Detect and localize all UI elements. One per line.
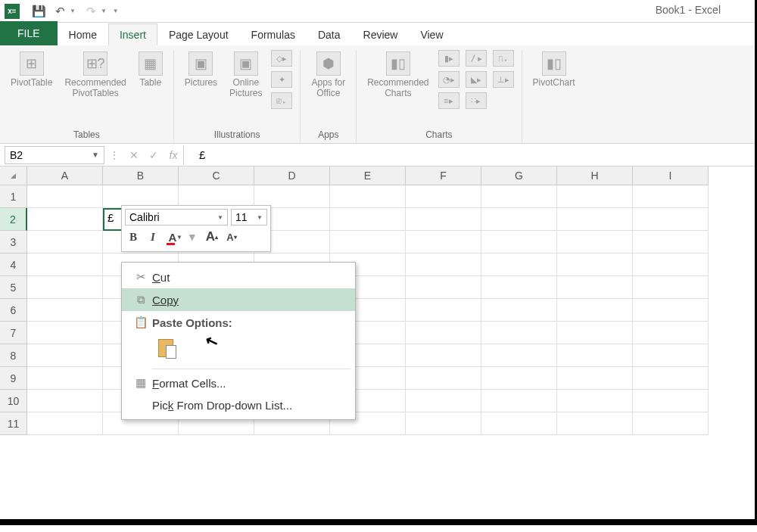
cell[interactable] <box>481 322 557 344</box>
font-selector[interactable]: Calibri▼ <box>125 209 228 226</box>
column-header[interactable]: A <box>27 166 103 185</box>
row-header[interactable]: 2 <box>0 208 27 231</box>
column-header[interactable]: B <box>103 166 179 185</box>
cell[interactable] <box>481 390 557 412</box>
cell[interactable] <box>481 344 557 367</box>
row-header[interactable]: 3 <box>0 231 27 254</box>
cell[interactable] <box>557 185 633 208</box>
cell[interactable] <box>557 344 633 367</box>
fx-icon[interactable]: fx <box>164 149 183 161</box>
row-header[interactable]: 10 <box>0 390 27 412</box>
tab-formulas[interactable]: Formulas <box>240 23 307 45</box>
shrink-font-button[interactable]: A▾ <box>223 229 240 245</box>
italic-button[interactable]: I <box>145 229 161 245</box>
row-header[interactable]: 7 <box>0 322 27 344</box>
cell[interactable] <box>557 254 633 276</box>
cell[interactable] <box>27 254 103 276</box>
tab-view[interactable]: View <box>409 23 454 45</box>
column-header[interactable]: C <box>179 166 254 185</box>
row-header[interactable]: 9 <box>0 367 27 390</box>
row-header[interactable]: 1 <box>0 185 27 208</box>
context-pick-from-list[interactable]: Pick From Drop-down List... <box>122 394 355 416</box>
cell[interactable] <box>406 322 481 344</box>
online-pictures-button[interactable]: ▣Online Pictures <box>226 50 265 100</box>
font-color-button[interactable]: A▼ <box>164 229 181 245</box>
combo-chart-icon[interactable]: ⊥▸ <box>493 71 514 88</box>
cell[interactable] <box>27 185 103 208</box>
cell[interactable] <box>633 322 709 344</box>
paste-option-button[interactable] <box>155 337 178 359</box>
tab-page-layout[interactable]: Page Layout <box>157 23 240 45</box>
cell[interactable] <box>633 412 709 435</box>
bar-chart-icon[interactable]: ≡▸ <box>438 92 459 109</box>
customize-qat-icon[interactable]: ▼ <box>113 8 119 14</box>
cell[interactable] <box>406 254 481 276</box>
row-header[interactable]: 6 <box>0 299 27 322</box>
cell[interactable] <box>330 185 406 208</box>
cell[interactable] <box>406 412 481 435</box>
column-header[interactable]: G <box>481 166 557 185</box>
column-chart-icon[interactable]: ▮▸ <box>438 50 459 67</box>
cell[interactable] <box>330 231 406 254</box>
redo-icon[interactable]: ↷ <box>86 5 96 18</box>
cell[interactable] <box>481 412 557 435</box>
cell[interactable] <box>27 231 103 254</box>
context-format-cells[interactable]: ▦ Format Cells... <box>122 372 355 394</box>
column-header[interactable]: H <box>557 166 633 185</box>
column-header[interactable]: D <box>254 166 330 185</box>
recommended-pivottables-button[interactable]: ⊞?Recommended PivotTables <box>61 50 129 100</box>
recommended-charts-button[interactable]: ▮▯Recommended Charts <box>364 50 431 100</box>
table-button[interactable]: ▦Table <box>136 50 166 89</box>
tab-data[interactable]: Data <box>307 23 352 45</box>
cell[interactable] <box>633 344 709 367</box>
cell[interactable] <box>557 276 633 299</box>
bold-button[interactable]: B <box>125 229 142 245</box>
pivotchart-button[interactable]: ▮▯PivotChart <box>530 50 578 89</box>
cell[interactable] <box>330 208 406 231</box>
tab-insert[interactable]: Insert <box>108 23 157 45</box>
pivottable-button[interactable]: ⊞PivotTable <box>8 50 55 89</box>
cell[interactable] <box>27 299 103 322</box>
column-header[interactable]: E <box>330 166 406 185</box>
cell[interactable] <box>633 208 709 231</box>
tab-file[interactable]: FILE <box>0 21 58 45</box>
cell[interactable] <box>406 299 481 322</box>
cell[interactable] <box>633 185 709 208</box>
cell[interactable] <box>481 367 557 390</box>
save-icon[interactable]: 💾 <box>32 5 46 18</box>
cell[interactable] <box>557 367 633 390</box>
undo-icon[interactable]: ↶ <box>55 5 65 18</box>
column-header[interactable]: F <box>406 166 481 185</box>
row-header[interactable]: 5 <box>0 276 27 299</box>
cell[interactable] <box>481 276 557 299</box>
cell[interactable] <box>27 344 103 367</box>
cell[interactable] <box>633 254 709 276</box>
cell[interactable] <box>557 231 633 254</box>
cell[interactable] <box>633 276 709 299</box>
cell[interactable] <box>481 185 557 208</box>
formula-bar-value[interactable]: £ <box>192 148 213 161</box>
cell[interactable] <box>27 390 103 412</box>
cell[interactable] <box>557 322 633 344</box>
cell[interactable] <box>481 208 557 231</box>
cell[interactable] <box>27 322 103 344</box>
row-header[interactable]: 8 <box>0 344 27 367</box>
cancel-icon[interactable]: ✕ <box>124 149 144 161</box>
select-all-corner[interactable]: ◢ <box>0 166 27 185</box>
line-chart-icon[interactable]: 〳▸ <box>466 50 487 67</box>
redo-dropdown-icon[interactable]: ▼ <box>101 8 107 14</box>
tab-review[interactable]: Review <box>352 23 410 45</box>
cell[interactable] <box>481 231 557 254</box>
stock-chart-icon[interactable]: ⎍▸ <box>493 50 514 67</box>
cell[interactable] <box>481 299 557 322</box>
cell[interactable] <box>27 367 103 390</box>
pie-chart-icon[interactable]: ◔▸ <box>438 71 459 88</box>
screenshot-icon[interactable]: ⎚▸ <box>271 92 292 109</box>
cell[interactable] <box>27 276 103 299</box>
cell[interactable] <box>481 254 557 276</box>
context-cut[interactable]: ✂ Cut <box>122 266 355 288</box>
cell[interactable] <box>557 299 633 322</box>
grow-font-button[interactable]: A▴ <box>204 229 220 245</box>
name-box[interactable]: B2▼ <box>5 146 104 164</box>
shapes-icon[interactable]: ◇▸ <box>271 50 292 67</box>
